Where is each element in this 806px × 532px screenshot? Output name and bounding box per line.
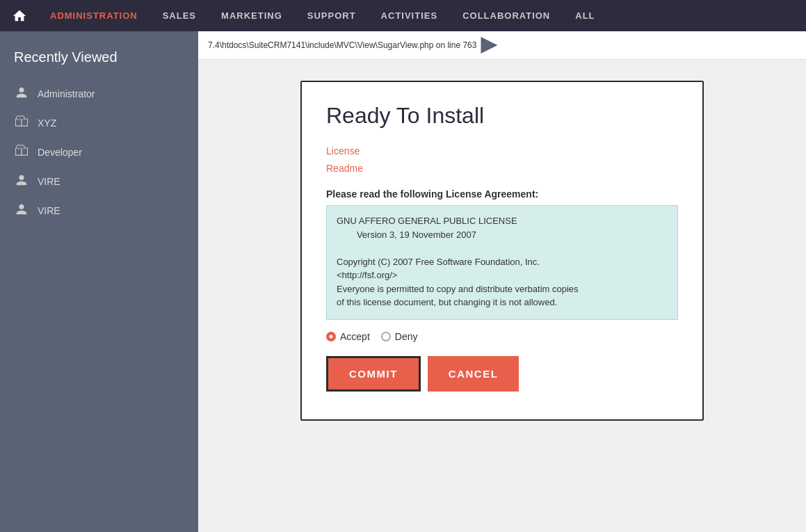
nav-items: ADMINISTRATION SALES MARKETING SUPPORT A…	[38, 0, 799, 31]
main-content: 7.4\htdocs\SuiteCRM7141\include\MVC\View…	[198, 31, 806, 532]
sidebar-item-label-vire2: VIRE	[38, 205, 176, 216]
nav-item-all[interactable]: ALL	[563, 0, 607, 31]
nav-item-sales[interactable]: SALES	[150, 0, 209, 31]
sidebar-item-xyz[interactable]: XYZ ✎	[0, 108, 198, 138]
path-text: 7.4\htdocs\SuiteCRM7141\include\MVC\View…	[208, 40, 476, 50]
sidebar-title: Recently Viewed	[0, 38, 198, 79]
sidebar-item-administrator[interactable]: Administrator ✎	[0, 79, 198, 108]
path-bar: 7.4\htdocs\SuiteCRM7141\include\MVC\View…	[198, 31, 806, 60]
sidebar-item-label-vire1: VIRE	[38, 176, 176, 187]
radio-accept-button[interactable]	[326, 332, 336, 341]
nav-item-collaboration[interactable]: COLLABORATION	[450, 0, 563, 31]
nav-item-marketing[interactable]: MARKETING	[209, 0, 295, 31]
install-title: Ready To Install	[326, 103, 678, 129]
radio-deny-text: Deny	[395, 331, 418, 342]
cancel-button[interactable]: CANCEL	[428, 356, 519, 392]
nav-item-administration[interactable]: ADMINISTRATION	[38, 0, 150, 31]
top-navigation: ADMINISTRATION SALES MARKETING SUPPORT A…	[0, 0, 806, 31]
sidebar-item-developer[interactable]: Developer ✎	[0, 138, 198, 167]
person-icon-vire1	[14, 174, 29, 189]
sidebar-item-label-xyz: XYZ	[38, 118, 176, 129]
license-link[interactable]: License	[326, 143, 678, 160]
sidebar: Recently Viewed Administrator ✎ XYZ ✎ De…	[0, 31, 198, 532]
sidebar-item-vire1[interactable]: VIRE ✎	[0, 167, 198, 196]
main-layout: Recently Viewed Administrator ✎ XYZ ✎ De…	[0, 31, 806, 532]
home-button[interactable]	[7, 3, 32, 29]
sidebar-item-label-administrator: Administrator	[38, 88, 176, 99]
person-icon-vire2	[14, 203, 29, 218]
sidebar-item-vire2[interactable]: VIRE ✎	[0, 196, 198, 225]
readme-link[interactable]: Readme	[326, 160, 678, 177]
box-icon-developer	[14, 145, 29, 160]
nav-item-activities[interactable]: ACTIVITIES	[369, 0, 451, 31]
collapse-triangle[interactable]	[481, 37, 497, 54]
install-container: Ready To Install License Readme Please r…	[198, 60, 806, 442]
install-panel: Ready To Install License Readme Please r…	[300, 81, 704, 421]
radio-deny-label[interactable]: Deny	[381, 331, 418, 342]
nav-item-support[interactable]: SUPPORT	[295, 0, 369, 31]
action-buttons: COMMIT CANCEL	[326, 356, 678, 392]
license-agreement-label: Please read the following License Agreem…	[326, 188, 678, 200]
sidebar-item-label-developer: Developer	[38, 147, 176, 158]
radio-accept-label[interactable]: Accept	[326, 331, 370, 342]
box-icon-xyz	[14, 115, 29, 131]
install-links: License Readme	[326, 143, 678, 177]
license-radio-group: Accept Deny	[326, 331, 678, 342]
radio-accept-text: Accept	[340, 331, 370, 342]
radio-deny-button[interactable]	[381, 332, 391, 341]
person-icon	[14, 86, 29, 102]
commit-button[interactable]: COMMIT	[326, 356, 421, 392]
license-text-area[interactable]	[326, 205, 678, 320]
